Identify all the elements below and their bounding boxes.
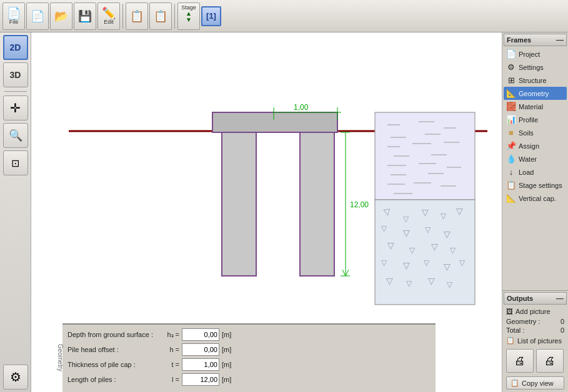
list-icon: 📋 — [506, 336, 515, 345]
svg-rect-2 — [222, 132, 256, 276]
svg-rect-4 — [375, 112, 475, 200]
pile-head-unit: [m] — [222, 346, 237, 353]
outputs-collapse-button[interactable]: — — [556, 294, 564, 303]
list-pictures-button[interactable]: 📋 List of pictures — [504, 335, 567, 346]
3d-button[interactable]: 3D — [3, 62, 28, 87]
separator-2 — [174, 4, 175, 29]
edit-button[interactable]: ✏️ Edit — [97, 2, 120, 30]
profile-icon: 📊 — [506, 115, 516, 124]
frame-profile[interactable]: 📊 Profile — [504, 113, 567, 126]
geometry-output-row: Geometry : 0 — [504, 317, 567, 326]
toolbar: 📄 File 📄 📂 💾 ✏️ Edit 📋 📋 Stage ▲ ▼ [1] — [0, 0, 568, 32]
stage-num-button[interactable]: [1] — [201, 6, 221, 26]
frame-material[interactable]: 🧱 Material — [504, 100, 567, 113]
project-icon: 📄 — [506, 49, 516, 59]
frame-load[interactable]: ↓ Load — [504, 165, 567, 179]
save-button[interactable]: 💾 — [74, 2, 96, 30]
2d-label: 2D — [10, 42, 21, 52]
frame-project[interactable]: 📄 Project — [504, 47, 567, 61]
frames-header: Frames — — [504, 34, 567, 46]
svg-rect-1 — [212, 112, 337, 132]
file-button[interactable]: 📄 File — [2, 2, 25, 30]
thickness-input[interactable] — [182, 358, 219, 371]
frames-collapse-button[interactable]: — — [556, 36, 564, 44]
paste-icon: 📋 — [154, 11, 167, 22]
svg-text:▽: ▽ — [441, 212, 447, 220]
2d-button[interactable]: 2D — [3, 35, 28, 60]
svg-text:▽: ▽ — [403, 215, 409, 223]
file-label: File — [9, 19, 19, 25]
stage-up-arrow[interactable]: ▲ — [186, 11, 192, 17]
total-output-label: Total : — [506, 326, 524, 334]
frame-geometry[interactable]: 📐 Geometry — [504, 87, 567, 100]
svg-text:▽: ▽ — [381, 258, 387, 267]
right-panel: Frames — 📄 Project ⚙ Settings ⊞ Structur… — [502, 32, 568, 392]
assign-icon: 📌 — [506, 141, 516, 150]
pile-head-input[interactable] — [182, 343, 219, 356]
svg-text:▽: ▽ — [450, 246, 456, 255]
svg-text:▽: ▽ — [403, 228, 410, 238]
stage-button: Stage ▲ ▼ — [177, 2, 200, 30]
settings-button[interactable]: ⚙ — [3, 365, 28, 390]
total-output-row: Total : 0 — [504, 326, 567, 335]
zoom-button[interactable]: 🔍 — [3, 123, 28, 148]
frame-water[interactable]: 💧 Water — [504, 152, 567, 165]
depth-row: Depth from ground surface : h₂ = [m] — [67, 328, 431, 341]
open-button[interactable]: 📂 — [50, 2, 72, 30]
svg-text:▽: ▽ — [403, 260, 410, 270]
fit-button[interactable]: ⊡ — [3, 150, 28, 175]
depth-unit: [m] — [222, 331, 237, 338]
svg-text:▽: ▽ — [459, 258, 466, 267]
svg-text:▽: ▽ — [387, 240, 394, 250]
settings-frame-label: Settings — [519, 64, 544, 71]
frame-assign[interactable]: 📌 Assign — [504, 139, 567, 152]
project-label: Project — [519, 51, 540, 58]
lt-separator-1 — [4, 91, 27, 92]
add-picture-button[interactable]: 🖼 Add picture — [504, 306, 567, 317]
depth-input[interactable] — [182, 328, 219, 341]
svg-line-56 — [346, 270, 349, 276]
copy-button[interactable]: 📋 — [126, 2, 148, 30]
vertical-cap-icon: 📐 — [506, 194, 516, 203]
paste-button[interactable]: 📋 — [149, 2, 172, 30]
pile-head-row: Pile head offset : h = [m] — [67, 343, 431, 356]
copy-view-button[interactable]: 📋 Copy view — [506, 376, 564, 390]
settings-frame-icon: ⚙ — [506, 62, 516, 72]
frame-vertical-cap[interactable]: 📐 Vertical cap. — [504, 192, 567, 205]
geometry-icon: 📐 — [506, 89, 516, 98]
length-label: Length of piles : — [67, 376, 164, 383]
svg-text:▽: ▽ — [409, 246, 416, 255]
thickness-label: Thickness of pile cap : — [67, 361, 164, 368]
water-icon: 💧 — [506, 154, 516, 164]
length-row: Length of piles : l = [m] — [67, 373, 431, 386]
move-button[interactable]: ✛ — [3, 96, 28, 120]
frame-structure[interactable]: ⊞ Structure — [504, 74, 567, 87]
frame-stage-settings[interactable]: 📋 Stage settings — [504, 179, 567, 192]
frame-soils[interactable]: ■ Soils — [504, 126, 567, 139]
svg-text:▽: ▽ — [406, 279, 412, 288]
svg-text:12,00: 12,00 — [350, 200, 369, 209]
print-button-1[interactable]: 🖨 — [506, 349, 534, 373]
list-label: List of pictures — [517, 337, 562, 345]
new-button[interactable]: 📄 — [26, 2, 49, 30]
stage-down-arrow[interactable]: ▼ — [186, 17, 192, 23]
frame-settings[interactable]: ⚙ Settings — [504, 61, 567, 74]
thickness-row: Thickness of pile cap : t = [m] — [67, 358, 431, 371]
canvas-area[interactable]: ▽ ▽ ▽ ▽ ▽ ▽ ▽ ▽ ▽ ▽ ▽ ▽ ▽ ▽ ▽ ▽ ▽ ▽ ▽ ▽ … — [31, 32, 502, 392]
pile-head-symbol: h = — [167, 346, 179, 353]
total-output-value: 0 — [561, 326, 564, 334]
load-icon: ↓ — [506, 167, 516, 177]
copy-view-label: Copy view — [522, 380, 554, 387]
file-icon: 📄 — [7, 7, 21, 19]
edit-label: Edit — [104, 19, 114, 25]
stage-settings-icon: 📋 — [506, 180, 516, 190]
svg-text:▽: ▽ — [444, 262, 451, 272]
print-button-2[interactable]: 🖨 — [536, 349, 564, 373]
material-label: Material — [519, 103, 543, 110]
length-input[interactable] — [182, 373, 219, 386]
soils-label: Soils — [519, 129, 534, 137]
structure-icon: ⊞ — [506, 76, 516, 85]
svg-text:▽: ▽ — [424, 258, 430, 267]
save-icon: 💾 — [78, 11, 92, 22]
open-icon: 📂 — [54, 11, 68, 22]
